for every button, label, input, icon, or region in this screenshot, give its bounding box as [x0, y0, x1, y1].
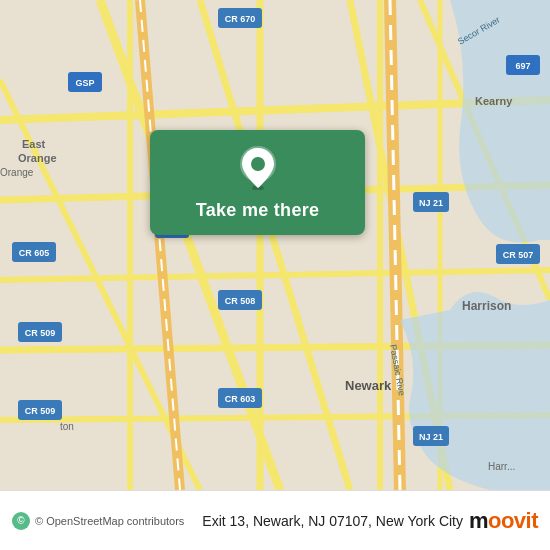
osm-logo-icon: © [12, 512, 30, 530]
svg-text:Harrison: Harrison [462, 299, 511, 313]
map-container: GSP GSP CR 670 CR 605 CR 509 CR 509 CR 5… [0, 0, 550, 490]
svg-text:CR 670: CR 670 [225, 14, 256, 24]
svg-point-55 [251, 157, 265, 171]
svg-text:CR 509: CR 509 [25, 406, 56, 416]
svg-text:East: East [22, 138, 46, 150]
svg-text:697: 697 [515, 61, 530, 71]
bottom-bar: © © OpenStreetMap contributors Exit 13, … [0, 490, 550, 550]
location-pin-icon [238, 146, 278, 190]
address-label: Exit 13, Newark, NJ 07107, New York City [202, 513, 469, 529]
svg-text:CR 509: CR 509 [25, 328, 56, 338]
svg-text:Orange: Orange [0, 167, 34, 178]
svg-text:GSP: GSP [75, 78, 94, 88]
moovit-logo: moovit [469, 508, 538, 534]
svg-text:CR 605: CR 605 [19, 248, 50, 258]
svg-text:CR 507: CR 507 [503, 250, 534, 260]
svg-text:NJ 21: NJ 21 [419, 198, 443, 208]
map-background: GSP GSP CR 670 CR 605 CR 509 CR 509 CR 5… [0, 0, 550, 490]
svg-text:Kearny: Kearny [475, 95, 513, 107]
svg-text:NJ 21: NJ 21 [419, 432, 443, 442]
osm-credit: © OpenStreetMap contributors [35, 515, 184, 527]
svg-text:Harr...: Harr... [488, 461, 515, 472]
take-me-there-button[interactable]: Take me there [150, 130, 365, 235]
svg-text:Newark: Newark [345, 378, 392, 393]
svg-text:ton: ton [60, 421, 74, 432]
svg-text:CR 508: CR 508 [225, 296, 256, 306]
svg-text:CR 603: CR 603 [225, 394, 256, 404]
svg-text:Orange: Orange [18, 152, 57, 164]
cta-label: Take me there [196, 200, 320, 221]
